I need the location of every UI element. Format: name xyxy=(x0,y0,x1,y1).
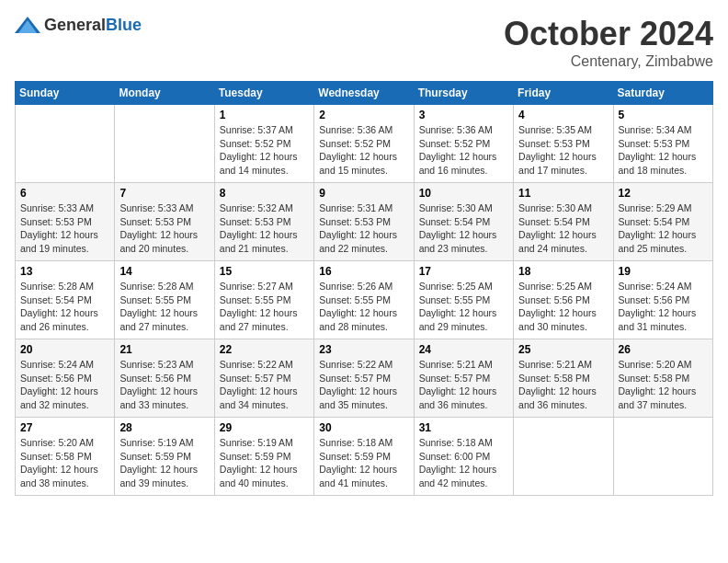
calendar-cell: 13Sunrise: 5:28 AM Sunset: 5:54 PM Dayli… xyxy=(16,261,115,339)
day-number: 29 xyxy=(220,421,309,434)
day-info: Sunrise: 5:19 AM Sunset: 5:59 PM Dayligh… xyxy=(119,436,209,490)
day-number: 18 xyxy=(518,265,608,278)
calendar-cell: 22Sunrise: 5:22 AM Sunset: 5:57 PM Dayli… xyxy=(214,339,313,418)
calendar-cell: 25Sunrise: 5:21 AM Sunset: 5:58 PM Dayli… xyxy=(514,339,613,418)
calendar-cell: 23Sunrise: 5:22 AM Sunset: 5:57 PM Dayli… xyxy=(314,339,414,418)
day-info: Sunrise: 5:27 AM Sunset: 5:55 PM Dayligh… xyxy=(220,280,309,334)
calendar-cell: 8Sunrise: 5:32 AM Sunset: 5:53 PM Daylig… xyxy=(214,183,313,261)
header: GeneralBlue October 2024 Centenary, Zimb… xyxy=(15,15,713,70)
calendar-cell: 18Sunrise: 5:25 AM Sunset: 5:56 PM Dayli… xyxy=(514,261,613,339)
calendar-cell: 11Sunrise: 5:30 AM Sunset: 5:54 PM Dayli… xyxy=(514,183,613,261)
location-title: Centenary, Zimbabwe xyxy=(504,53,713,70)
day-number: 26 xyxy=(619,343,708,356)
calendar-cell: 6Sunrise: 5:33 AM Sunset: 5:53 PM Daylig… xyxy=(16,183,115,261)
calendar-cell: 3Sunrise: 5:36 AM Sunset: 5:52 PM Daylig… xyxy=(414,105,513,183)
day-number: 16 xyxy=(319,265,408,278)
title-area: October 2024 Centenary, Zimbabwe xyxy=(504,15,713,70)
calendar-cell: 20Sunrise: 5:24 AM Sunset: 5:56 PM Dayli… xyxy=(16,339,115,418)
day-info: Sunrise: 5:18 AM Sunset: 5:59 PM Dayligh… xyxy=(319,436,408,490)
calendar-cell: 14Sunrise: 5:28 AM Sunset: 5:55 PM Dayli… xyxy=(115,261,214,339)
day-number: 28 xyxy=(119,421,209,434)
calendar-cell: 26Sunrise: 5:20 AM Sunset: 5:58 PM Dayli… xyxy=(613,339,712,418)
day-number: 19 xyxy=(619,265,708,278)
calendar-cell: 31Sunrise: 5:18 AM Sunset: 6:00 PM Dayli… xyxy=(414,418,513,496)
day-info: Sunrise: 5:30 AM Sunset: 5:54 PM Dayligh… xyxy=(518,201,608,256)
day-number: 24 xyxy=(419,343,508,356)
day-number: 3 xyxy=(419,109,508,121)
day-number: 27 xyxy=(20,421,109,434)
calendar-cell: 17Sunrise: 5:25 AM Sunset: 5:55 PM Dayli… xyxy=(414,261,513,339)
day-info: Sunrise: 5:21 AM Sunset: 5:58 PM Dayligh… xyxy=(518,358,608,412)
calendar-cell: 5Sunrise: 5:34 AM Sunset: 5:53 PM Daylig… xyxy=(613,105,712,183)
day-info: Sunrise: 5:32 AM Sunset: 5:53 PM Dayligh… xyxy=(220,201,309,256)
day-number: 10 xyxy=(419,187,508,200)
calendar-cell xyxy=(115,105,214,183)
day-info: Sunrise: 5:35 AM Sunset: 5:53 PM Dayligh… xyxy=(518,123,608,178)
logo-general: General xyxy=(44,16,106,34)
calendar-week-row: 20Sunrise: 5:24 AM Sunset: 5:56 PM Dayli… xyxy=(16,339,713,418)
weekday-header: Monday xyxy=(115,82,214,105)
day-info: Sunrise: 5:19 AM Sunset: 5:59 PM Dayligh… xyxy=(220,436,309,490)
logo-blue: Blue xyxy=(106,16,142,34)
day-number: 4 xyxy=(518,109,608,121)
day-info: Sunrise: 5:37 AM Sunset: 5:52 PM Dayligh… xyxy=(220,123,309,178)
calendar-cell: 2Sunrise: 5:36 AM Sunset: 5:52 PM Daylig… xyxy=(314,105,414,183)
calendar-cell: 28Sunrise: 5:19 AM Sunset: 5:59 PM Dayli… xyxy=(115,418,214,496)
day-number: 7 xyxy=(119,187,209,200)
day-info: Sunrise: 5:24 AM Sunset: 5:56 PM Dayligh… xyxy=(20,358,109,412)
calendar-week-row: 6Sunrise: 5:33 AM Sunset: 5:53 PM Daylig… xyxy=(16,183,713,261)
calendar-week-row: 1Sunrise: 5:37 AM Sunset: 5:52 PM Daylig… xyxy=(16,105,713,183)
day-number: 15 xyxy=(220,265,309,278)
calendar-cell: 29Sunrise: 5:19 AM Sunset: 5:59 PM Dayli… xyxy=(214,418,313,496)
day-info: Sunrise: 5:20 AM Sunset: 5:58 PM Dayligh… xyxy=(619,358,708,412)
day-number: 8 xyxy=(220,187,309,200)
calendar-cell: 10Sunrise: 5:30 AM Sunset: 5:54 PM Dayli… xyxy=(414,183,513,261)
day-number: 5 xyxy=(619,109,708,121)
calendar-cell xyxy=(16,105,115,183)
day-number: 23 xyxy=(319,343,408,356)
calendar-cell: 7Sunrise: 5:33 AM Sunset: 5:53 PM Daylig… xyxy=(115,183,214,261)
weekday-header: Wednesday xyxy=(314,82,414,105)
day-info: Sunrise: 5:25 AM Sunset: 5:55 PM Dayligh… xyxy=(419,280,508,334)
day-info: Sunrise: 5:25 AM Sunset: 5:56 PM Dayligh… xyxy=(518,280,608,334)
day-info: Sunrise: 5:36 AM Sunset: 5:52 PM Dayligh… xyxy=(319,123,408,178)
calendar-cell xyxy=(514,418,613,496)
day-number: 31 xyxy=(419,421,508,434)
day-number: 14 xyxy=(119,265,209,278)
day-info: Sunrise: 5:30 AM Sunset: 5:54 PM Dayligh… xyxy=(419,201,508,256)
day-number: 6 xyxy=(20,187,109,200)
day-number: 21 xyxy=(119,343,209,356)
day-number: 30 xyxy=(319,421,408,434)
day-info: Sunrise: 5:31 AM Sunset: 5:53 PM Dayligh… xyxy=(319,201,408,256)
calendar-cell: 9Sunrise: 5:31 AM Sunset: 5:53 PM Daylig… xyxy=(314,183,414,261)
day-number: 2 xyxy=(319,109,408,121)
calendar-cell: 19Sunrise: 5:24 AM Sunset: 5:56 PM Dayli… xyxy=(613,261,712,339)
day-info: Sunrise: 5:18 AM Sunset: 6:00 PM Dayligh… xyxy=(419,436,508,490)
calendar-cell: 4Sunrise: 5:35 AM Sunset: 5:53 PM Daylig… xyxy=(514,105,613,183)
day-info: Sunrise: 5:28 AM Sunset: 5:54 PM Dayligh… xyxy=(20,280,109,334)
day-number: 11 xyxy=(518,187,608,200)
weekday-header: Thursday xyxy=(414,82,513,105)
day-info: Sunrise: 5:36 AM Sunset: 5:52 PM Dayligh… xyxy=(419,123,508,178)
day-number: 12 xyxy=(619,187,708,200)
day-info: Sunrise: 5:29 AM Sunset: 5:54 PM Dayligh… xyxy=(619,201,708,256)
day-info: Sunrise: 5:20 AM Sunset: 5:58 PM Dayligh… xyxy=(20,436,109,490)
weekday-header: Tuesday xyxy=(214,82,313,105)
day-number: 1 xyxy=(220,109,309,121)
weekday-header: Saturday xyxy=(613,82,712,105)
logo-icon xyxy=(15,15,40,35)
day-number: 22 xyxy=(220,343,309,356)
calendar-header-row: SundayMondayTuesdayWednesdayThursdayFrid… xyxy=(16,82,713,105)
day-info: Sunrise: 5:33 AM Sunset: 5:53 PM Dayligh… xyxy=(119,201,209,256)
calendar-cell: 16Sunrise: 5:26 AM Sunset: 5:55 PM Dayli… xyxy=(314,261,414,339)
day-number: 13 xyxy=(20,265,109,278)
weekday-header: Friday xyxy=(514,82,613,105)
calendar-cell: 27Sunrise: 5:20 AM Sunset: 5:58 PM Dayli… xyxy=(16,418,115,496)
day-number: 17 xyxy=(419,265,508,278)
day-info: Sunrise: 5:34 AM Sunset: 5:53 PM Dayligh… xyxy=(619,123,708,178)
day-number: 25 xyxy=(518,343,608,356)
calendar-cell: 12Sunrise: 5:29 AM Sunset: 5:54 PM Dayli… xyxy=(613,183,712,261)
calendar-week-row: 13Sunrise: 5:28 AM Sunset: 5:54 PM Dayli… xyxy=(16,261,713,339)
day-info: Sunrise: 5:28 AM Sunset: 5:55 PM Dayligh… xyxy=(119,280,209,334)
calendar-cell: 1Sunrise: 5:37 AM Sunset: 5:52 PM Daylig… xyxy=(214,105,313,183)
